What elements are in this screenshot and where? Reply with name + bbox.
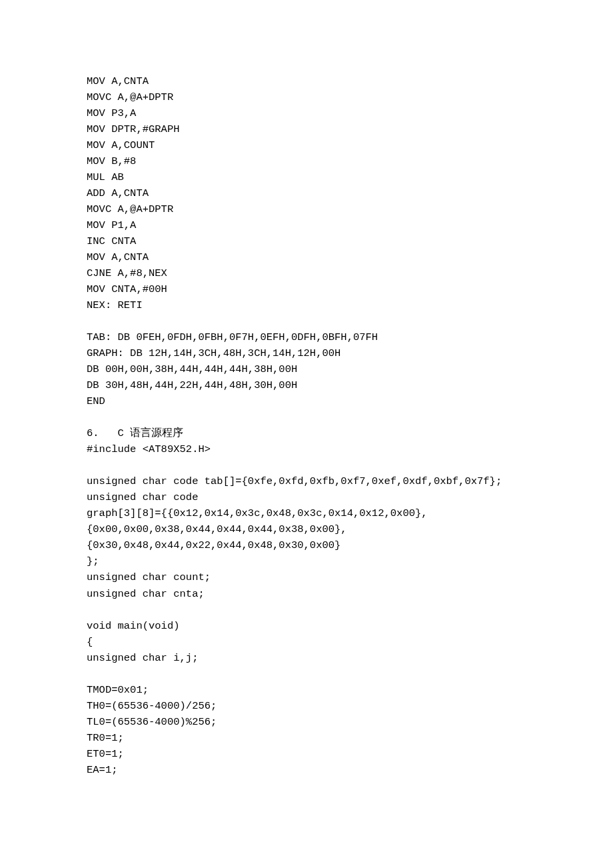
code-line <box>87 457 613 473</box>
code-line: unsigned char code tab[]={0xfe,0xfd,0xfb… <box>87 473 613 489</box>
code-line: DB 00H,00H,38H,44H,44H,44H,38H,00H <box>87 361 613 377</box>
code-line: GRAPH: DB 12H,14H,3CH,48H,3CH,14H,12H,00… <box>87 345 613 361</box>
code-line: TH0=(65536-4000)/256; <box>87 698 613 714</box>
code-line: MOV A,CNTA <box>87 73 613 89</box>
code-line: unsigned char i,j; <box>87 650 613 666</box>
code-line: MOV DPTR,#GRAPH <box>87 121 613 137</box>
code-line <box>87 666 613 682</box>
code-line: {0x30,0x48,0x44,0x22,0x44,0x48,0x30,0x00… <box>87 537 613 553</box>
code-line: ET0=1; <box>87 746 613 762</box>
code-line: MOV P3,A <box>87 105 613 121</box>
document-page: MOV A,CNTAMOVC A,@A+DPTRMOV P3,AMOV DPTR… <box>0 0 613 868</box>
code-line: MOVC A,@A+DPTR <box>87 89 613 105</box>
code-line <box>87 409 613 425</box>
code-line: graph[3][8]={{0x12,0x14,0x3c,0x48,0x3c,0… <box>87 505 613 521</box>
code-line: TMOD=0x01; <box>87 682 613 698</box>
code-line: MOV P1,A <box>87 217 613 233</box>
code-line: }; <box>87 553 613 569</box>
code-line: unsigned char cnta; <box>87 586 613 602</box>
code-line: EA=1; <box>87 762 613 778</box>
code-line: CJNE A,#8,NEX <box>87 265 613 281</box>
code-line: #include <AT89X52.H> <box>87 441 613 457</box>
code-line: { <box>87 634 613 650</box>
code-line <box>87 602 613 618</box>
code-line: DB 30H,48H,44H,22H,44H,48H,30H,00H <box>87 377 613 393</box>
code-line: unsigned char code <box>87 489 613 505</box>
code-line: MUL AB <box>87 169 613 185</box>
code-line <box>87 313 613 329</box>
code-line: unsigned char count; <box>87 569 613 585</box>
code-line: MOV A,COUNT <box>87 137 613 153</box>
code-line: MOV A,CNTA <box>87 249 613 265</box>
code-line: TL0=(65536-4000)%256; <box>87 714 613 730</box>
code-line: NEX: RETI <box>87 297 613 313</box>
code-line: TAB: DB 0FEH,0FDH,0FBH,0F7H,0EFH,0DFH,0B… <box>87 329 613 345</box>
code-line: void main(void) <box>87 618 613 634</box>
code-block: MOV A,CNTAMOVC A,@A+DPTRMOV P3,AMOV DPTR… <box>87 73 613 778</box>
code-line: TR0=1; <box>87 730 613 746</box>
code-line: ADD A,CNTA <box>87 185 613 201</box>
code-line: INC CNTA <box>87 233 613 249</box>
code-line: END <box>87 393 613 409</box>
code-line: MOVC A,@A+DPTR <box>87 201 613 217</box>
code-line: MOV B,#8 <box>87 153 613 169</box>
code-line: MOV CNTA,#00H <box>87 281 613 297</box>
code-line: {0x00,0x00,0x38,0x44,0x44,0x44,0x38,0x00… <box>87 521 613 537</box>
code-line: 6. C 语言源程序 <box>87 425 613 441</box>
